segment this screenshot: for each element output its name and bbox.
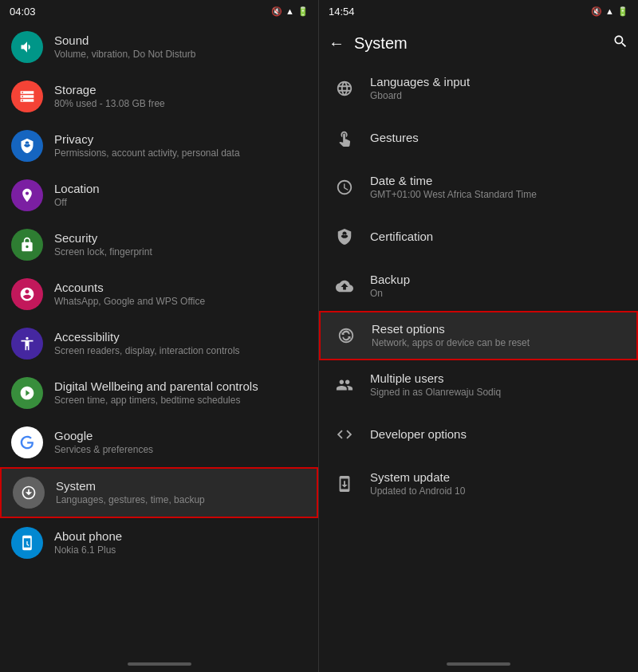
- right-status-bar: 14:54 🔇 ▲ 🔋: [319, 0, 638, 22]
- storage-title: Storage: [54, 82, 307, 98]
- back-button[interactable]: ←: [329, 34, 345, 53]
- settings-item-accounts[interactable]: Accounts WhatsApp, Google and WPS Office: [0, 269, 318, 319]
- right-item-developeroptions[interactable]: Developer options: [319, 410, 638, 459]
- users-icon: [330, 371, 359, 399]
- right-panel: 14:54 🔇 ▲ 🔋 ← System Languages & input G…: [319, 0, 638, 672]
- right-status-icons: 🔇 ▲ 🔋: [591, 6, 628, 17]
- search-button[interactable]: [612, 33, 628, 53]
- accounts-text: Accounts WhatsApp, Google and WPS Office: [54, 280, 307, 308]
- certification-title: Certification: [370, 229, 627, 245]
- settings-item-digitalwellbeing[interactable]: Digital Wellbeing and parental controls …: [0, 368, 318, 418]
- developer-icon: [330, 420, 359, 449]
- right-mute-icon: 🔇: [591, 6, 602, 17]
- left-settings-list: Sound Volume, vibration, Do Not Disturb …: [0, 22, 318, 656]
- privacy-text: Privacy Permissions, account activity, p…: [54, 132, 307, 160]
- resetoptions-text: Reset options Network, apps or device ca…: [372, 321, 625, 350]
- location-title: Location: [54, 181, 307, 197]
- certification-text: Certification: [370, 229, 627, 246]
- gestures-text: Gestures: [370, 130, 627, 147]
- wellbeing-subtitle: Screen time, app timers, bedtime schedul…: [54, 395, 307, 407]
- right-item-languages[interactable]: Languages & input Gboard: [319, 64, 638, 113]
- google-icon: [11, 426, 43, 458]
- aboutphone-text: About phone Nokia 6.1 Plus: [54, 529, 307, 557]
- wellbeing-icon: [11, 377, 43, 409]
- accessibility-text: Accessibility Screen readers, display, i…: [54, 329, 307, 358]
- about-icon: [11, 527, 43, 559]
- settings-item-accessibility[interactable]: Accessibility Screen readers, display, i…: [0, 319, 318, 368]
- multipleusers-subtitle: Signed in as Olanrewaju Sodiq: [370, 387, 627, 399]
- aboutphone-title: About phone: [54, 529, 307, 544]
- location-text: Location Off: [54, 181, 307, 210]
- settings-item-aboutphone[interactable]: About phone Nokia 6.1 Plus: [0, 518, 318, 568]
- resetoptions-title: Reset options: [372, 321, 625, 337]
- google-title: Google: [54, 428, 307, 444]
- backup-subtitle: On: [370, 288, 627, 301]
- location-icon: [11, 179, 43, 211]
- wellbeing-title: Digital Wellbeing and parental controls: [54, 379, 307, 395]
- google-text: Google Services & preferences: [54, 428, 307, 457]
- storage-text: Storage 80% used - 13.08 GB free: [54, 82, 307, 111]
- settings-item-security[interactable]: Security Screen lock, fingerprint: [0, 220, 318, 269]
- right-item-resetoptions[interactable]: Reset options Network, apps or device ca…: [319, 311, 638, 360]
- right-item-systemupdate[interactable]: System update Updated to Android 10: [319, 459, 638, 509]
- settings-item-location[interactable]: Location Off: [0, 171, 318, 220]
- multipleusers-title: Multiple users: [370, 371, 627, 387]
- right-item-gestures[interactable]: Gestures: [319, 113, 638, 163]
- backup-icon: [330, 272, 359, 301]
- datetime-icon: [330, 173, 359, 202]
- wellbeing-text: Digital Wellbeing and parental controls …: [54, 379, 307, 407]
- accounts-icon: [11, 278, 43, 310]
- system-title: System: [56, 478, 305, 494]
- left-bottom-bar: [128, 662, 191, 666]
- security-subtitle: Screen lock, fingerprint: [54, 246, 307, 259]
- systemupdate-title: System update: [370, 470, 627, 485]
- datetime-subtitle: GMT+01:00 West Africa Standard Time: [370, 189, 627, 202]
- google-subtitle: Services & preferences: [54, 444, 307, 457]
- right-item-multipleusers[interactable]: Multiple users Signed in as Olanrewaju S…: [319, 360, 638, 410]
- right-time: 14:54: [329, 6, 355, 18]
- signal-icon: ▲: [286, 6, 294, 16]
- backup-title: Backup: [370, 272, 627, 288]
- system-subtitle: Languages, gestures, time, backup: [56, 494, 305, 507]
- gestures-icon: [330, 124, 359, 152]
- privacy-subtitle: Permissions, account activity, personal …: [54, 147, 307, 160]
- sound-title: Sound: [54, 33, 307, 49]
- accessibility-subtitle: Screen readers, display, interaction con…: [54, 345, 307, 358]
- settings-item-system[interactable]: System Languages, gestures, time, backup: [0, 467, 318, 518]
- backup-text: Backup On: [370, 272, 627, 301]
- systemupdate-text: System update Updated to Android 10: [370, 470, 627, 498]
- languages-subtitle: Gboard: [370, 90, 627, 103]
- left-status-icons: 🔇 ▲ 🔋: [271, 6, 309, 17]
- right-item-certification[interactable]: Certification: [319, 212, 638, 261]
- accounts-title: Accounts: [54, 280, 307, 296]
- language-icon: [330, 74, 359, 103]
- right-bottom-bar: [447, 662, 510, 666]
- system-icon: [13, 477, 45, 509]
- accessibility-icon: [11, 328, 43, 360]
- security-icon: [11, 229, 43, 261]
- aboutphone-subtitle: Nokia 6.1 Plus: [54, 544, 307, 557]
- gestures-title: Gestures: [370, 130, 627, 146]
- resetoptions-subtitle: Network, apps or device can be reset: [372, 337, 625, 350]
- settings-item-google[interactable]: Google Services & preferences: [0, 418, 318, 467]
- battery-icon: 🔋: [297, 6, 309, 17]
- right-panel-header: ← System: [319, 22, 638, 64]
- right-item-backup[interactable]: Backup On: [319, 261, 638, 311]
- location-subtitle: Off: [54, 197, 307, 210]
- left-panel: 04:03 🔇 ▲ 🔋 Sound Volume, vibration, Do …: [0, 0, 319, 672]
- developeroptions-text: Developer options: [370, 426, 627, 443]
- systemupdate-subtitle: Updated to Android 10: [370, 485, 627, 498]
- settings-item-sound[interactable]: Sound Volume, vibration, Do Not Disturb: [0, 22, 318, 72]
- security-text: Security Screen lock, fingerprint: [54, 230, 307, 259]
- right-item-datetime[interactable]: Date & time GMT+01:00 West Africa Standa…: [319, 163, 638, 212]
- settings-item-privacy[interactable]: Privacy Permissions, account activity, p…: [0, 121, 318, 171]
- reset-icon: [332, 321, 360, 350]
- developeroptions-title: Developer options: [370, 426, 627, 442]
- system-text: System Languages, gestures, time, backup: [56, 478, 305, 507]
- right-bottom-indicator: [319, 656, 638, 672]
- update-icon: [330, 470, 359, 498]
- settings-item-storage[interactable]: Storage 80% used - 13.08 GB free: [0, 72, 318, 121]
- storage-icon: [11, 81, 43, 112]
- left-bottom-indicator: [0, 656, 318, 672]
- right-settings-list: Languages & input Gboard Gestures Date &…: [319, 64, 638, 656]
